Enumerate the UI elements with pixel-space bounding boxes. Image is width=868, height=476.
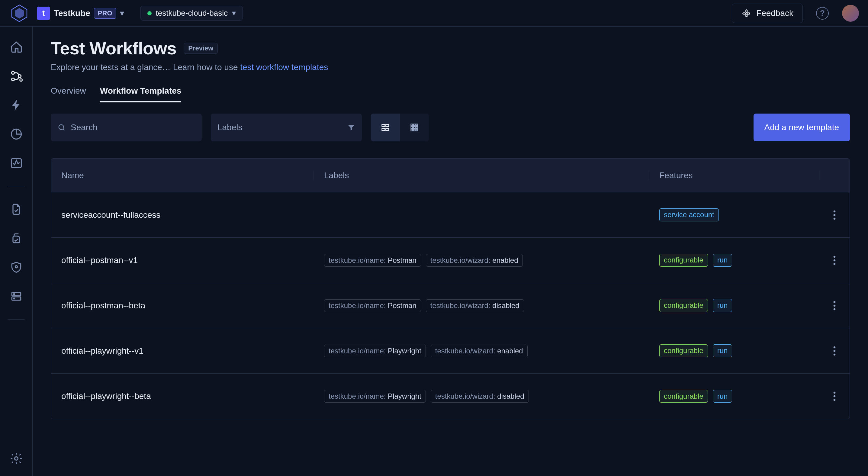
svg-rect-25: [416, 124, 418, 126]
svg-point-12: [15, 266, 17, 268]
sidebar: [0, 27, 33, 476]
sidebar-item-settings[interactable]: [8, 450, 25, 467]
controls-bar: Labels Add a new template: [51, 114, 850, 141]
page-title: Test Workflows: [51, 38, 176, 58]
help-button[interactable]: ?: [816, 7, 829, 20]
cell-features: configurablerun: [649, 299, 819, 312]
cell-name: serviceaccount--fullaccess: [51, 210, 314, 220]
row-menu-button[interactable]: [819, 255, 849, 266]
svg-point-36: [834, 259, 836, 261]
svg-marker-1: [15, 8, 24, 19]
label-chip: testkube.io/name: Playwright: [324, 390, 426, 403]
templates-table: Name Labels Features serviceaccount--ful…: [51, 158, 850, 419]
topbar: t Testkube PRO ▾ testkube-cloud-basic ▾ …: [0, 0, 868, 27]
svg-point-38: [834, 301, 836, 303]
cell-labels: testkube.io/name: Postmantestkube.io/wiz…: [314, 254, 649, 267]
view-toggle-list[interactable]: [371, 114, 400, 141]
table-row[interactable]: official--postman--betatestkube.io/name:…: [51, 283, 849, 328]
labels-filter-placeholder: Labels: [217, 123, 243, 132]
feedback-button[interactable]: Feedback: [732, 4, 803, 23]
sidebar-item-workflows[interactable]: [8, 68, 25, 85]
status-dot-icon: [147, 11, 152, 15]
environment-selector[interactable]: testkube-cloud-basic ▾: [141, 6, 243, 21]
cell-name: official--playwright--beta: [51, 391, 314, 401]
more-vertical-icon: [833, 255, 836, 266]
col-name: Name: [51, 171, 314, 180]
svg-rect-2: [743, 13, 746, 14]
sidebar-item-home[interactable]: [8, 39, 25, 56]
app-logo[interactable]: [9, 3, 30, 24]
cell-features: configurablerun: [649, 254, 819, 267]
row-menu-button[interactable]: [819, 346, 849, 356]
row-menu-button[interactable]: [819, 391, 849, 402]
tabs: Overview Workflow Templates: [51, 86, 850, 103]
chevron-down-icon: ▾: [232, 8, 236, 18]
svg-rect-22: [386, 128, 389, 130]
svg-point-34: [834, 218, 836, 220]
svg-point-15: [13, 293, 14, 294]
main-content: Test Workflows Preview Explore your test…: [33, 27, 868, 476]
pro-badge: PRO: [94, 8, 116, 19]
page-description: Explore your tests at a glance… Learn ho…: [51, 63, 850, 72]
svg-point-46: [834, 399, 836, 401]
svg-rect-27: [413, 127, 415, 128]
svg-point-6: [11, 71, 14, 74]
tab-overview[interactable]: Overview: [51, 86, 86, 102]
org-selector[interactable]: t Testkube PRO ▾: [37, 7, 124, 20]
sidebar-item-tests[interactable]: [8, 201, 25, 218]
table-row[interactable]: serviceaccount--fullaccessservice accoun…: [51, 192, 849, 238]
templates-docs-link[interactable]: test workflow templates: [240, 63, 328, 72]
svg-point-18: [59, 125, 64, 130]
svg-point-37: [834, 263, 836, 265]
svg-point-7: [11, 78, 14, 81]
feature-badge: configurable: [659, 254, 708, 267]
search-input-wrapper[interactable]: [51, 114, 202, 141]
row-menu-button[interactable]: [819, 210, 849, 220]
sidebar-item-suites[interactable]: [8, 230, 25, 247]
view-toggle: [371, 114, 429, 141]
feature-badge: configurable: [659, 299, 708, 312]
chevron-down-icon: ▾: [120, 8, 124, 18]
table-header: Name Labels Features: [51, 159, 849, 192]
svg-rect-28: [416, 127, 418, 128]
table-row[interactable]: official--postman--v1testkube.io/name: P…: [51, 238, 849, 283]
tab-workflow-templates[interactable]: Workflow Templates: [100, 86, 182, 102]
search-icon: [57, 123, 66, 132]
table-row[interactable]: official--playwright--v1testkube.io/name…: [51, 328, 849, 374]
svg-rect-3: [747, 13, 750, 14]
more-vertical-icon: [833, 391, 836, 402]
svg-point-16: [13, 298, 14, 299]
feature-badge: configurable: [659, 344, 708, 357]
table-row[interactable]: official--playwright--betatestkube.io/na…: [51, 374, 849, 419]
view-toggle-grid[interactable]: [400, 114, 429, 141]
search-input[interactable]: [70, 122, 195, 133]
cell-name: official--postman--v1: [51, 256, 314, 265]
svg-point-39: [834, 305, 836, 307]
svg-point-40: [834, 308, 836, 310]
org-name: Testkube: [54, 8, 90, 18]
col-features: Features: [649, 171, 819, 180]
svg-point-33: [834, 214, 836, 216]
sidebar-item-insights[interactable]: [8, 126, 25, 142]
svg-rect-24: [413, 124, 415, 126]
cell-labels: testkube.io/name: Playwrighttestkube.io/…: [314, 390, 649, 403]
labels-filter[interactable]: Labels: [211, 114, 362, 141]
page-description-text: Explore your tests at a glance… Learn ho…: [51, 63, 240, 72]
cell-name: official--postman--beta: [51, 301, 314, 311]
svg-point-43: [834, 353, 836, 355]
sidebar-item-status[interactable]: [8, 155, 25, 171]
svg-rect-19: [382, 124, 385, 127]
svg-point-8: [18, 74, 21, 77]
svg-point-35: [834, 256, 836, 258]
more-vertical-icon: [833, 300, 836, 311]
sidebar-item-sources[interactable]: [8, 288, 25, 305]
svg-rect-23: [411, 124, 413, 126]
feature-badge: configurable: [659, 390, 708, 403]
environment-name: testkube-cloud-basic: [156, 8, 228, 18]
row-menu-button[interactable]: [819, 300, 849, 311]
sidebar-item-security[interactable]: [8, 259, 25, 276]
user-avatar[interactable]: [842, 5, 859, 22]
sidebar-item-triggers[interactable]: [8, 97, 25, 114]
add-template-button[interactable]: Add a new template: [753, 114, 850, 141]
feature-badge: service account: [659, 209, 719, 221]
